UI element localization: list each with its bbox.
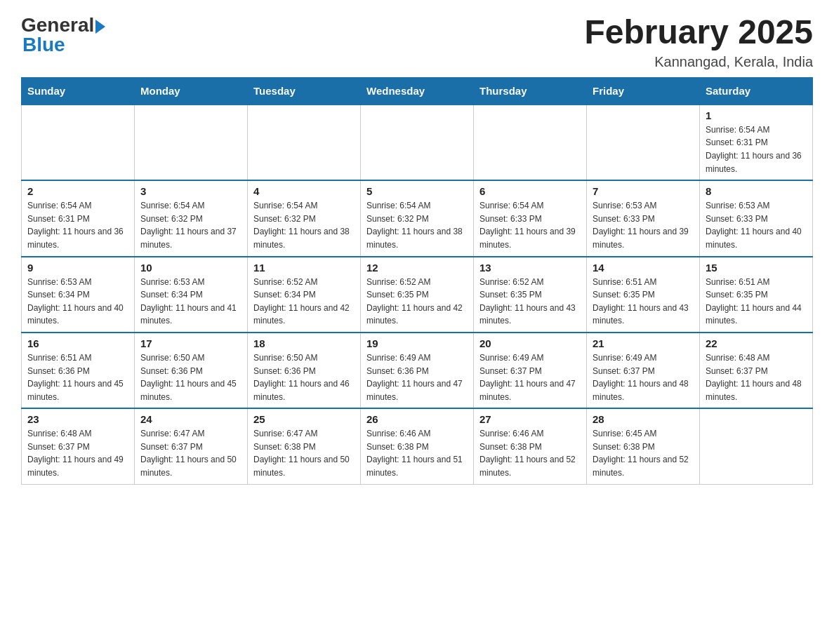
day-info: Sunrise: 6:52 AMSunset: 6:34 PMDaylight:… <box>253 276 355 328</box>
day-info: Sunrise: 6:54 AMSunset: 6:31 PMDaylight:… <box>27 199 128 251</box>
day-info: Sunrise: 6:49 AMSunset: 6:37 PMDaylight:… <box>593 351 694 403</box>
table-row: 27Sunrise: 6:46 AMSunset: 6:38 PMDayligh… <box>474 408 587 484</box>
table-row: 7Sunrise: 6:53 AMSunset: 6:33 PMDaylight… <box>587 180 700 256</box>
day-info: Sunrise: 6:53 AMSunset: 6:34 PMDaylight:… <box>27 276 128 328</box>
col-header-saturday: Saturday <box>700 77 813 105</box>
day-info: Sunrise: 6:49 AMSunset: 6:36 PMDaylight:… <box>366 351 468 403</box>
day-info: Sunrise: 6:54 AMSunset: 6:32 PMDaylight:… <box>140 199 241 251</box>
day-info: Sunrise: 6:46 AMSunset: 6:38 PMDaylight:… <box>479 427 581 479</box>
day-info: Sunrise: 6:53 AMSunset: 6:33 PMDaylight:… <box>593 199 694 251</box>
logo-arrow-icon <box>95 20 105 34</box>
table-row: 20Sunrise: 6:49 AMSunset: 6:37 PMDayligh… <box>474 333 587 408</box>
table-row: 19Sunrise: 6:49 AMSunset: 6:36 PMDayligh… <box>361 333 474 408</box>
day-number: 12 <box>366 262 468 274</box>
table-row: 14Sunrise: 6:51 AMSunset: 6:35 PMDayligh… <box>587 257 700 333</box>
table-row <box>700 408 813 484</box>
day-info: Sunrise: 6:50 AMSunset: 6:36 PMDaylight:… <box>140 351 241 403</box>
day-number: 4 <box>253 185 355 197</box>
title-area: February 2025 Kannangad, Kerala, India <box>584 14 813 70</box>
table-row: 22Sunrise: 6:48 AMSunset: 6:37 PMDayligh… <box>700 333 813 408</box>
day-number: 6 <box>479 185 581 197</box>
day-number: 3 <box>140 185 241 197</box>
table-row <box>135 105 248 180</box>
table-row: 16Sunrise: 6:51 AMSunset: 6:36 PMDayligh… <box>22 333 135 408</box>
day-number: 16 <box>27 337 128 349</box>
day-number: 26 <box>366 413 468 425</box>
day-info: Sunrise: 6:51 AMSunset: 6:35 PMDaylight:… <box>593 276 694 328</box>
day-info: Sunrise: 6:51 AMSunset: 6:35 PMDaylight:… <box>706 276 807 328</box>
table-row: 9Sunrise: 6:53 AMSunset: 6:34 PMDaylight… <box>22 257 135 333</box>
logo-blue-text: Blue <box>22 34 65 56</box>
table-row: 26Sunrise: 6:46 AMSunset: 6:38 PMDayligh… <box>361 408 474 484</box>
day-info: Sunrise: 6:54 AMSunset: 6:32 PMDaylight:… <box>253 199 355 251</box>
day-info: Sunrise: 6:54 AMSunset: 6:32 PMDaylight:… <box>366 199 468 251</box>
day-info: Sunrise: 6:48 AMSunset: 6:37 PMDaylight:… <box>27 427 128 479</box>
table-row: 6Sunrise: 6:54 AMSunset: 6:33 PMDaylight… <box>474 180 587 256</box>
table-row: 21Sunrise: 6:49 AMSunset: 6:37 PMDayligh… <box>587 333 700 408</box>
day-number: 15 <box>706 262 807 274</box>
month-title: February 2025 <box>584 14 813 51</box>
table-row: 12Sunrise: 6:52 AMSunset: 6:35 PMDayligh… <box>361 257 474 333</box>
day-info: Sunrise: 6:53 AMSunset: 6:34 PMDaylight:… <box>140 276 241 328</box>
table-row <box>22 105 135 180</box>
day-number: 22 <box>706 337 807 349</box>
day-info: Sunrise: 6:45 AMSunset: 6:38 PMDaylight:… <box>593 427 694 479</box>
table-row <box>587 105 700 180</box>
week-row-4: 16Sunrise: 6:51 AMSunset: 6:36 PMDayligh… <box>22 333 813 408</box>
day-number: 24 <box>140 413 241 425</box>
location-text: Kannangad, Kerala, India <box>584 54 813 70</box>
calendar-header-row: Sunday Monday Tuesday Wednesday Thursday… <box>22 77 813 105</box>
day-info: Sunrise: 6:54 AMSunset: 6:31 PMDaylight:… <box>706 123 807 175</box>
week-row-3: 9Sunrise: 6:53 AMSunset: 6:34 PMDaylight… <box>22 257 813 333</box>
day-number: 5 <box>366 185 468 197</box>
col-header-monday: Monday <box>135 77 248 105</box>
day-info: Sunrise: 6:49 AMSunset: 6:37 PMDaylight:… <box>479 351 581 403</box>
table-row: 15Sunrise: 6:51 AMSunset: 6:35 PMDayligh… <box>700 257 813 333</box>
day-number: 20 <box>479 337 581 349</box>
table-row <box>248 105 361 180</box>
col-header-wednesday: Wednesday <box>361 77 474 105</box>
table-row: 17Sunrise: 6:50 AMSunset: 6:36 PMDayligh… <box>135 333 248 408</box>
week-row-2: 2Sunrise: 6:54 AMSunset: 6:31 PMDaylight… <box>22 180 813 256</box>
day-number: 14 <box>593 262 694 274</box>
table-row: 28Sunrise: 6:45 AMSunset: 6:38 PMDayligh… <box>587 408 700 484</box>
day-info: Sunrise: 6:52 AMSunset: 6:35 PMDaylight:… <box>366 276 468 328</box>
day-number: 10 <box>140 262 241 274</box>
day-number: 1 <box>706 109 807 121</box>
table-row: 13Sunrise: 6:52 AMSunset: 6:35 PMDayligh… <box>474 257 587 333</box>
day-number: 11 <box>253 262 355 274</box>
table-row: 5Sunrise: 6:54 AMSunset: 6:32 PMDaylight… <box>361 180 474 256</box>
table-row: 8Sunrise: 6:53 AMSunset: 6:33 PMDaylight… <box>700 180 813 256</box>
day-number: 9 <box>27 262 128 274</box>
day-info: Sunrise: 6:50 AMSunset: 6:36 PMDaylight:… <box>253 351 355 403</box>
col-header-friday: Friday <box>587 77 700 105</box>
week-row-1: 1Sunrise: 6:54 AMSunset: 6:31 PMDaylight… <box>22 105 813 180</box>
day-info: Sunrise: 6:52 AMSunset: 6:35 PMDaylight:… <box>479 276 581 328</box>
page-header: General Blue February 2025 Kannangad, Ke… <box>21 14 813 70</box>
day-number: 17 <box>140 337 241 349</box>
day-info: Sunrise: 6:47 AMSunset: 6:38 PMDaylight:… <box>253 427 355 479</box>
table-row <box>474 105 587 180</box>
week-row-5: 23Sunrise: 6:48 AMSunset: 6:37 PMDayligh… <box>22 408 813 484</box>
day-number: 2 <box>27 185 128 197</box>
table-row: 11Sunrise: 6:52 AMSunset: 6:34 PMDayligh… <box>248 257 361 333</box>
calendar-table: Sunday Monday Tuesday Wednesday Thursday… <box>21 77 813 485</box>
day-number: 23 <box>27 413 128 425</box>
col-header-sunday: Sunday <box>22 77 135 105</box>
table-row <box>361 105 474 180</box>
day-number: 25 <box>253 413 355 425</box>
table-row: 23Sunrise: 6:48 AMSunset: 6:37 PMDayligh… <box>22 408 135 484</box>
table-row: 1Sunrise: 6:54 AMSunset: 6:31 PMDaylight… <box>700 105 813 180</box>
table-row: 24Sunrise: 6:47 AMSunset: 6:37 PMDayligh… <box>135 408 248 484</box>
day-number: 28 <box>593 413 694 425</box>
day-number: 19 <box>366 337 468 349</box>
table-row: 3Sunrise: 6:54 AMSunset: 6:32 PMDaylight… <box>135 180 248 256</box>
table-row: 10Sunrise: 6:53 AMSunset: 6:34 PMDayligh… <box>135 257 248 333</box>
table-row: 4Sunrise: 6:54 AMSunset: 6:32 PMDaylight… <box>248 180 361 256</box>
day-info: Sunrise: 6:46 AMSunset: 6:38 PMDaylight:… <box>366 427 468 479</box>
day-number: 21 <box>593 337 694 349</box>
day-number: 13 <box>479 262 581 274</box>
logo: General Blue <box>21 14 105 56</box>
day-info: Sunrise: 6:53 AMSunset: 6:33 PMDaylight:… <box>706 199 807 251</box>
table-row: 18Sunrise: 6:50 AMSunset: 6:36 PMDayligh… <box>248 333 361 408</box>
